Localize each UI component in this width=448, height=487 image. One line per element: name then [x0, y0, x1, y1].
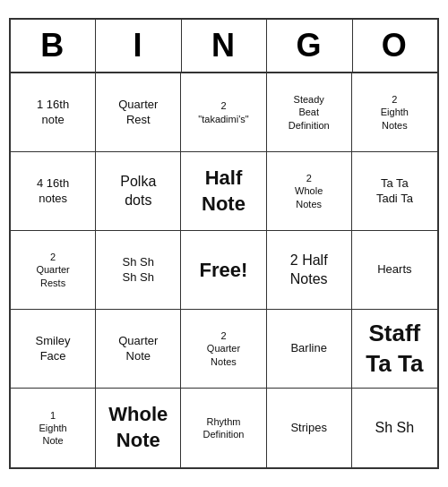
- cell-text-20: 1 Eighth Note: [39, 409, 66, 448]
- cell-text-5: 4 16th notes: [37, 176, 69, 207]
- header-letter-g: G: [267, 20, 352, 72]
- header-letter-n: N: [182, 20, 267, 72]
- cell-text-18: Barline: [290, 341, 326, 356]
- bingo-cell-14[interactable]: Hearts: [352, 231, 437, 310]
- bingo-cell-7[interactable]: Half Note: [181, 152, 266, 231]
- cell-text-1: Quarter Rest: [118, 98, 158, 128]
- bingo-cell-17[interactable]: 2 Quarter Notes: [181, 310, 266, 389]
- cell-text-11: Sh Sh Sh Sh: [123, 255, 154, 286]
- cell-text-15: Smiley Face: [36, 334, 71, 364]
- header-letter-b: B: [11, 20, 96, 72]
- bingo-cell-6[interactable]: Polka dots: [96, 152, 181, 231]
- cell-text-24: Sh Sh: [375, 419, 415, 438]
- cell-text-3: Steady Beat Definition: [289, 93, 330, 132]
- bingo-cell-0[interactable]: 1 16th note: [11, 73, 96, 152]
- header-letter-i: I: [96, 20, 181, 72]
- bingo-cell-19[interactable]: Staff Ta Ta: [352, 310, 437, 389]
- bingo-cell-21[interactable]: Whole Note: [96, 389, 181, 467]
- cell-text-0: 1 16th note: [37, 98, 69, 128]
- bingo-cell-16[interactable]: Quarter Note: [96, 310, 181, 389]
- bingo-cell-13[interactable]: 2 Half Notes: [267, 231, 352, 310]
- bingo-cell-18[interactable]: Barline: [267, 310, 352, 389]
- bingo-cell-24[interactable]: Sh Sh: [352, 389, 437, 467]
- bingo-cell-15[interactable]: Smiley Face: [11, 310, 96, 389]
- cell-text-12: Free!: [200, 259, 248, 282]
- cell-text-6: Polka dots: [120, 173, 156, 210]
- cell-text-16: Quarter Note: [118, 334, 158, 364]
- bingo-cell-9[interactable]: Ta Ta Tadi Ta: [352, 152, 437, 231]
- cell-text-9: Ta Ta Tadi Ta: [376, 176, 413, 207]
- bingo-header: BINGO: [11, 20, 437, 73]
- bingo-cell-2[interactable]: 2 "takadimi's": [181, 73, 266, 152]
- bingo-cell-11[interactable]: Sh Sh Sh Sh: [96, 231, 181, 310]
- bingo-card: BINGO 1 16th noteQuarter Rest2 "takadimi…: [9, 18, 439, 469]
- cell-text-2: 2 "takadimi's": [198, 99, 248, 125]
- bingo-cell-23[interactable]: Stripes: [267, 389, 352, 467]
- cell-text-13: 2 Half Notes: [290, 252, 328, 289]
- cell-text-22: Rhythm Definition: [203, 415, 245, 441]
- bingo-cell-8[interactable]: 2 Whole Notes: [267, 152, 352, 231]
- cell-text-4: 2 Eighth Notes: [381, 93, 409, 132]
- bingo-cell-10[interactable]: 2 Quarter Rests: [11, 231, 96, 310]
- cell-text-8: 2 Whole Notes: [295, 172, 323, 210]
- header-letter-o: O: [353, 20, 437, 72]
- cell-text-23: Stripes: [290, 421, 326, 436]
- bingo-cell-20[interactable]: 1 Eighth Note: [11, 389, 96, 467]
- bingo-cell-12[interactable]: Free!: [181, 231, 266, 310]
- bingo-cell-4[interactable]: 2 Eighth Notes: [352, 73, 437, 152]
- cell-text-19: Staff Ta Ta: [366, 319, 423, 380]
- bingo-grid: 1 16th noteQuarter Rest2 "takadimi's"Ste…: [11, 73, 437, 467]
- bingo-cell-3[interactable]: Steady Beat Definition: [267, 73, 352, 152]
- bingo-cell-1[interactable]: Quarter Rest: [96, 73, 181, 152]
- bingo-cell-5[interactable]: 4 16th notes: [11, 152, 96, 231]
- cell-text-21: Whole Note: [108, 402, 168, 453]
- cell-text-14: Hearts: [377, 262, 411, 278]
- cell-text-17: 2 Quarter Notes: [207, 329, 240, 368]
- bingo-cell-22[interactable]: Rhythm Definition: [181, 389, 266, 467]
- cell-text-10: 2 Quarter Rests: [36, 251, 69, 289]
- cell-text-7: Half Note: [202, 166, 246, 217]
